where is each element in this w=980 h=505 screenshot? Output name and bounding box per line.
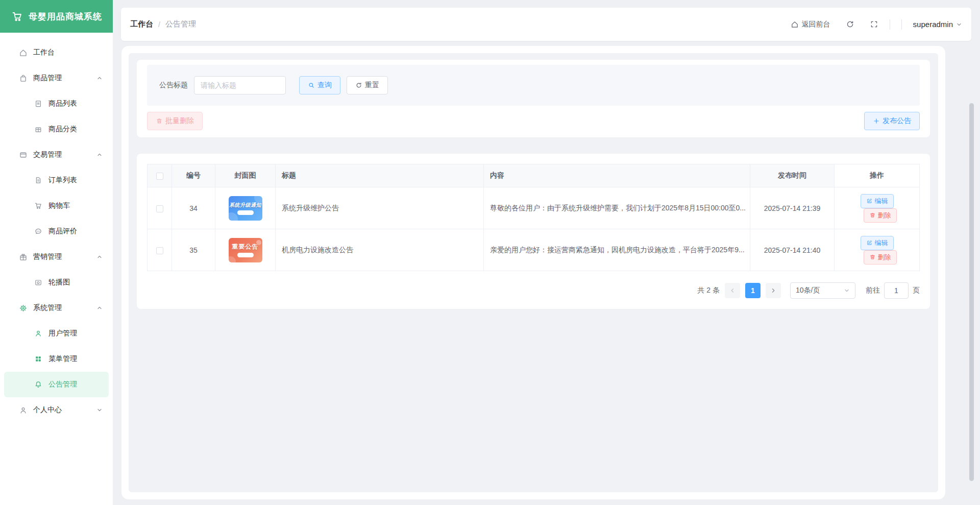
page-number-button[interactable]: 1 [745,283,761,298]
filter-panel: 公告标题 查询 重置 [147,65,920,106]
edit-icon [866,239,873,246]
column-header-actions: 操作 [835,164,920,187]
page-size-value: 10条/页 [796,286,820,295]
home-icon [791,20,799,29]
top-header: 工作台 / 公告管理 返回前台 superadmin [121,8,971,41]
gift-icon [18,253,28,261]
row-checkbox[interactable] [156,205,163,212]
content-area: 公告标题 查询 重置 [129,53,938,492]
publish-announcement-button[interactable]: 发布公告 [864,112,920,130]
refresh-icon[interactable] [846,20,854,29]
row-publish-time: 2025-07-14 21:40 [750,229,835,271]
announcement-table: 编号 封面图 标题 内容 发布时间 操作 34 [147,164,920,271]
table-row: 34 系统升级通知 系统升级维护公告 尊敬的各位用户：由于系统升级维护需要，我们… [148,187,920,229]
chevron-up-icon [96,305,103,311]
row-title: 系统升级维护公告 [276,187,484,229]
plus-icon [873,117,880,125]
reset-icon [355,82,362,89]
bell-icon [34,380,43,389]
fullscreen-icon[interactable] [870,20,878,29]
breadcrumb-separator: / [158,20,160,29]
prev-page-button[interactable] [725,283,740,298]
cover-decoration [229,212,238,221]
grid-icon [34,355,43,363]
sidebar-item-workbench[interactable]: 工作台 [0,40,113,65]
divider [901,19,902,30]
cover-image[interactable]: 重要公告 [229,238,262,262]
sidebar-item-announcement-mgmt[interactable]: 公告管理 [4,372,109,397]
column-header-title: 标题 [276,164,484,187]
next-page-button[interactable] [766,283,781,298]
content-wrapper: 公告标题 查询 重置 [121,46,945,499]
search-label: 公告标题 [159,81,188,90]
goto-suffix: 页 [913,286,920,295]
app-title: 母婴用品商城系统 [29,11,102,22]
cover-image[interactable]: 系统升级通知 [229,196,262,221]
title-search-input[interactable] [194,76,286,94]
table-header-row: 编号 封面图 标题 内容 发布时间 操作 [148,164,920,187]
action-row: 批量删除 发布公告 [147,112,920,130]
sidebar-item-product-category[interactable]: 商品分类 [0,116,113,142]
sidebar-item-user-mgmt[interactable]: 用户管理 [0,321,113,346]
trash-icon [156,117,163,125]
cover-text: 重要公告 [232,243,259,251]
sidebar-item-product-list[interactable]: 商品列表 [0,91,113,116]
bank-card-icon [18,151,28,159]
sidebar: 母婴用品商城系统 工作台 商品管理 商品列表 [0,0,113,505]
breadcrumb-root[interactable]: 工作台 [130,19,153,29]
sidebar-item-order-list[interactable]: 订单列表 [0,167,113,193]
column-header-id: 编号 [172,164,215,187]
sidebar-item-menu-mgmt[interactable]: 菜单管理 [0,346,113,372]
sidebar-item-personal-center[interactable]: 个人中心 [0,397,113,423]
home-icon [18,49,28,57]
sidebar-item-product-mgmt[interactable]: 商品管理 [0,65,113,91]
sidebar-item-marketing-mgmt[interactable]: 营销管理 [0,244,113,270]
divider [890,19,890,30]
sidebar-item-trade-mgmt[interactable]: 交易管理 [0,142,113,167]
edit-icon [866,198,873,204]
cover-decoration [229,256,236,262]
delete-button[interactable]: 删除 [864,250,897,264]
back-to-front-button[interactable]: 返回前台 [791,20,830,29]
goto-page-input[interactable] [884,282,909,299]
edit-button[interactable]: 编辑 [861,236,894,250]
photo-icon [34,278,43,286]
category-icon [34,125,43,133]
delete-button[interactable]: 删除 [864,208,897,223]
row-content: 尊敬的各位用户：由于系统升级维护需要，我们计划于2025年8月15日00:00至… [484,187,750,229]
goto-page-group: 前往 页 [866,282,920,299]
column-header-content: 内容 [484,164,750,187]
user-menu[interactable]: superadmin [913,20,962,29]
trash-icon [869,212,876,219]
bag-icon [18,74,28,83]
vertical-scrollbar[interactable] [969,103,974,481]
document-icon [34,176,43,184]
breadcrumb-current: 公告管理 [165,19,196,29]
batch-delete-button[interactable]: 批量删除 [147,112,203,130]
sidebar-item-system-mgmt[interactable]: 系统管理 [0,295,113,321]
sidebar-menu: 工作台 商品管理 商品列表 商品分类 [0,33,113,423]
comment-icon [34,227,43,235]
table-card: 编号 封面图 标题 内容 发布时间 操作 34 [137,154,930,309]
chevron-down-icon [844,287,850,294]
sidebar-item-product-review[interactable]: 商品评价 [0,219,113,244]
chevron-up-icon [96,254,103,260]
total-count: 共 2 条 [697,286,720,295]
cover-text: 系统升级通知 [229,202,261,209]
goto-prefix: 前往 [866,286,880,295]
pagination: 共 2 条 1 10条/页 前往 页 [147,282,920,299]
edit-button[interactable]: 编辑 [861,194,894,208]
reset-button[interactable]: 重置 [347,76,388,94]
column-header-cover: 封面图 [215,164,276,187]
column-header-time: 发布时间 [750,164,835,187]
row-checkbox[interactable] [156,247,163,254]
cover-badge [237,253,254,257]
select-all-checkbox[interactable] [156,173,163,180]
page-size-select[interactable]: 10条/页 [790,282,855,299]
sidebar-item-banner[interactable]: 轮播图 [0,270,113,295]
user-icon [34,329,43,338]
sidebar-item-cart[interactable]: 购物车 [0,193,113,219]
query-button[interactable]: 查询 [299,76,340,94]
chevron-up-icon [96,75,103,81]
row-id: 34 [172,187,215,229]
